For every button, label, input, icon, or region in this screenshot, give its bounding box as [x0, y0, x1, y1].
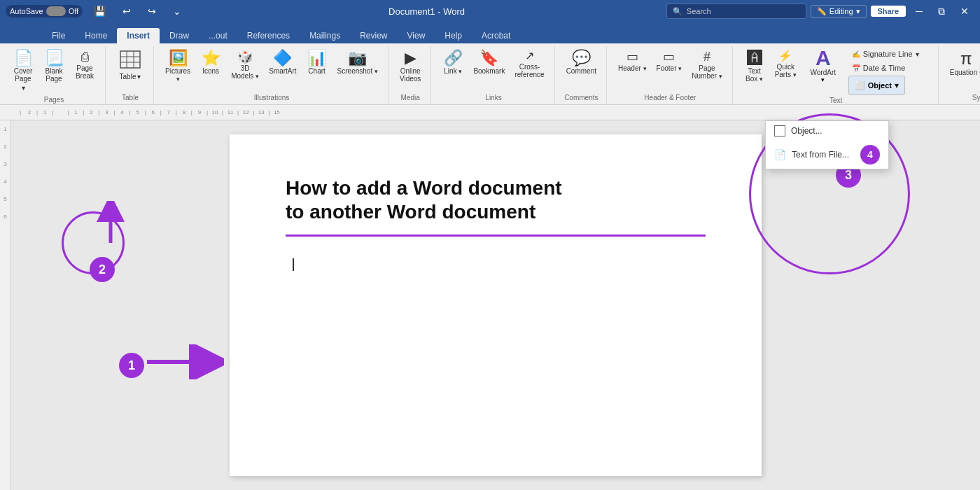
text-buttons: 🅰 TextBox ▾ ⚡ QuickParts ▾ A WordArt ▾ ✍…	[740, 48, 932, 95]
media-buttons: ▶ OnlineVideos	[396, 48, 425, 92]
illustrations-buttons: 🖼️ Pictures▾ ⭐ Icons 🎲 3DModels ▾ 🔷 Smar…	[161, 48, 382, 92]
date-time-button[interactable]: 📅 Date & Time	[848, 62, 932, 74]
object-dropdown-arrow: ▾	[895, 80, 899, 90]
header-button[interactable]: ▭ Header ▾	[614, 48, 651, 75]
date-time-icon: 📅	[852, 64, 860, 72]
object-icon: ⬜	[855, 80, 865, 90]
links-label: Links	[485, 94, 501, 103]
restore-button[interactable]: ⧉	[932, 4, 951, 19]
tab-help[interactable]: Help	[435, 28, 472, 43]
table-buttons: Table ▾	[113, 48, 148, 92]
ribbon-group-media: ▶ OnlineVideos Media	[390, 46, 431, 104]
online-videos-button[interactable]: ▶ OnlineVideos	[396, 48, 425, 85]
tab-mailings[interactable]: Mailings	[300, 28, 350, 43]
link-button[interactable]: 🔗 Link ▾	[438, 48, 468, 78]
equation-button[interactable]: π Equation ▾	[946, 48, 980, 79]
text-from-file-option[interactable]: 📄 Text from File... 4	[766, 141, 888, 169]
undo-button[interactable]: ↩	[117, 4, 136, 18]
icons-button[interactable]: ⭐ Icons	[196, 48, 225, 78]
document-scroll[interactable]: How to add a Word document to another Wo…	[11, 120, 980, 490]
3d-models-button[interactable]: 🎲 3DModels ▾	[227, 48, 263, 83]
quick-parts-button[interactable]: ⚡ QuickParts ▾	[771, 48, 801, 81]
autosave-switch[interactable]	[46, 6, 66, 16]
search-box[interactable]: 🔍 Search	[666, 4, 806, 19]
redo-button[interactable]: ↪	[142, 4, 162, 18]
footer-icon: ▭	[663, 50, 675, 63]
tab-home[interactable]: Home	[75, 28, 117, 43]
ribbon-group-illustrations: 🖼️ Pictures▾ ⭐ Icons 🎲 3DModels ▾ 🔷 Smar…	[155, 46, 388, 104]
bookmark-icon: 🔖	[479, 50, 498, 66]
tab-references[interactable]: References	[237, 28, 300, 43]
header-footer-buttons: ▭ Header ▾ ▭ Footer ▾ # PageNumber ▾	[614, 48, 727, 92]
table-label: Table	[122, 94, 139, 103]
save-button[interactable]: 💾	[88, 4, 111, 18]
smartart-button[interactable]: 🔷 SmartArt	[265, 48, 300, 78]
cross-reference-button[interactable]: ↗ Cross-reference	[510, 48, 548, 81]
text-box-button[interactable]: 🅰 TextBox ▾	[740, 48, 769, 85]
comments-label: Comments	[564, 94, 598, 103]
object-option[interactable]: Object...	[766, 121, 888, 141]
table-icon	[120, 50, 141, 71]
tab-view[interactable]: View	[398, 28, 435, 43]
comment-button[interactable]: 💬 Comment	[562, 48, 601, 78]
tab-draw[interactable]: Draw	[160, 28, 199, 43]
cover-page-button[interactable]: 📄 CoverPage ▾	[8, 48, 38, 94]
object-label: Object	[868, 81, 892, 90]
equation-icon: π	[960, 50, 972, 67]
editing-button[interactable]: ✏️ Editing ▾	[811, 5, 867, 18]
search-placeholder: Search	[687, 7, 711, 15]
page-number-button[interactable]: # PageNumber ▾	[687, 48, 726, 83]
close-button[interactable]: ✕	[955, 4, 974, 18]
links-buttons: 🔗 Link ▾ 🔖 Bookmark ↗ Cross-reference	[438, 48, 548, 92]
signature-line-button[interactable]: ✍️ Signature Line ▾	[848, 48, 932, 60]
bookmark-button[interactable]: 🔖 Bookmark	[469, 48, 509, 78]
ruler-left: 1 2 3 4 5 6	[0, 120, 11, 490]
object-button[interactable]: ⬜ Object ▾	[848, 76, 905, 95]
symbols-buttons: π Equation ▾ Ω Symbol ▾	[946, 48, 980, 92]
editing-label: Editing	[830, 7, 853, 15]
title-bar-left: AutoSave Off 💾 ↩ ↪ ⌄	[6, 4, 187, 18]
dropdown-arrow: ▾	[22, 84, 25, 92]
document-page[interactable]: How to add a Word document to another Wo…	[230, 134, 762, 476]
autosave-toggle[interactable]: AutoSave Off	[6, 5, 83, 18]
title-bar-right: 🔍 Search ✏️ Editing ▾ Share ─ ⧉ ✕	[666, 4, 974, 19]
cursor	[293, 258, 294, 271]
text-box-icon: 🅰	[747, 50, 762, 66]
page-break-button[interactable]: ⎙ PageBreak	[70, 48, 99, 83]
link-icon: 🔗	[444, 50, 463, 66]
document-area: 1 2 3 4 5 6 How to add a Word document t…	[0, 120, 980, 490]
text-from-file-label: Text from File...	[792, 150, 849, 160]
tab-acrobat[interactable]: Acrobat	[472, 28, 520, 43]
chart-button[interactable]: 📊 Chart	[302, 48, 332, 78]
footer-button[interactable]: ▭ Footer ▾	[652, 48, 687, 75]
ribbon-group-text: 🅰 TextBox ▾ ⚡ QuickParts ▾ A WordArt ▾ ✍…	[734, 46, 939, 104]
tab-layout[interactable]: ...out	[199, 28, 237, 43]
smartart-icon: 🔷	[273, 50, 292, 66]
tab-insert[interactable]: Insert	[117, 28, 160, 43]
share-button[interactable]: Share	[871, 6, 906, 17]
tab-file[interactable]: File	[42, 28, 75, 43]
table-button[interactable]: Table ▾	[113, 48, 148, 83]
ruler-top: | 2| 1| | 1| 2| 3| 4| 5| 6| 7| 8| 9| 10|…	[0, 105, 980, 120]
autosave-label: AutoSave	[10, 7, 43, 15]
blank-page-button[interactable]: 📃 BlankPage	[39, 48, 69, 85]
minimize-button[interactable]: ─	[910, 4, 928, 18]
quick-parts-icon: ⚡	[778, 50, 792, 62]
ribbon-group-comments: 💬 Comment Comments	[556, 46, 607, 104]
pictures-button[interactable]: 🖼️ Pictures▾	[161, 48, 195, 85]
object-option-icon	[774, 125, 785, 136]
ribbon-group-pages: 📄 CoverPage ▾ 📃 BlankPage ⎙ PageBreak Pa…	[3, 46, 106, 104]
dropdown-icon: ▾	[916, 50, 919, 58]
pencil-icon: ✏️	[817, 7, 827, 16]
title-bar: AutoSave Off 💾 ↩ ↪ ⌄ Document1 - Word 🔍 …	[0, 0, 980, 22]
tab-review[interactable]: Review	[350, 28, 397, 43]
ribbon-group-table: Table ▾ Table	[107, 46, 154, 104]
cover-page-icon: 📄	[14, 50, 33, 66]
screenshot-icon: 📷	[348, 50, 367, 66]
chevron-down-icon: ▾	[856, 7, 860, 16]
document-cursor-line[interactable]	[286, 258, 706, 271]
screenshot-button[interactable]: 📷 Screenshot ▾	[333, 48, 382, 78]
chart-icon: 📊	[307, 50, 326, 66]
customize-qat-button[interactable]: ⌄	[167, 4, 187, 18]
signature-line-icon: ✍️	[852, 50, 860, 58]
